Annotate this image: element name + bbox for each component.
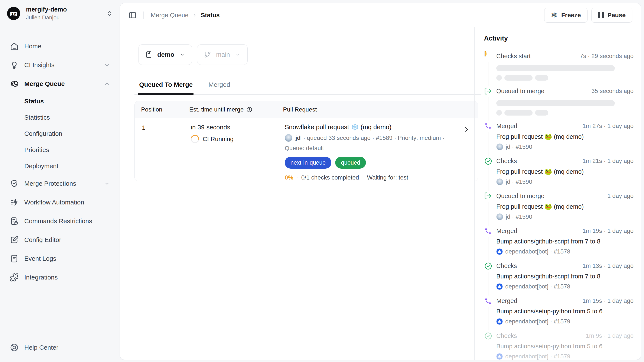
activity-pr-title[interactable]: Bump actions/setup-python from 5 to 6 <box>496 343 634 350</box>
ci-running-spinner-icon <box>189 133 201 145</box>
freeze-label: Freeze <box>561 12 581 19</box>
activity-time: 1 day ago <box>607 193 634 199</box>
activity-pr-title[interactable]: Bump actions/setup-python from 5 to 6 <box>496 308 634 315</box>
sidebar-item-merge-protections[interactable]: Merge Protections <box>10 174 115 193</box>
pr-title[interactable]: Snowflake pull request ❄️ (mq demo) <box>285 123 454 131</box>
sidebar-item-commands-restrictions[interactable]: Commands Restrictions <box>10 212 115 230</box>
activity-item[interactable]: Merged 1m 15s · 1 day ago Bump actions/s… <box>484 297 634 332</box>
activity-event-label: Checks start <box>496 53 531 60</box>
help-center-link[interactable]: Help Center <box>10 338 58 357</box>
activity-time: 35 seconds ago <box>591 88 634 95</box>
sidebar-item-integrations[interactable]: Integrations <box>10 268 115 287</box>
sidebar-item-label: Event Logs <box>24 255 56 262</box>
branch-select[interactable]: main <box>197 44 248 65</box>
activity-event-label: Merged <box>496 123 517 130</box>
activity-event-label: Queued to merge <box>496 193 544 200</box>
queue-content: demo main Queued To Merge Merged Positio… <box>120 27 474 360</box>
sidebar-item-configuration[interactable]: Configuration <box>10 126 115 142</box>
sidebar-item-priorities[interactable]: Priorities <box>10 142 115 158</box>
sidebar-item-status[interactable]: Status <box>10 93 115 109</box>
activity-event-label: Checks <box>496 332 517 339</box>
ci-status: CI Running <box>203 136 234 143</box>
breadcrumb-merge-queue[interactable]: Merge Queue <box>151 12 188 19</box>
activity-list: Checks start 7s · 29 seconds ago Queued … <box>484 52 634 360</box>
activity-time: 1m 13s · 1 day ago <box>582 262 634 269</box>
avatar <box>496 213 503 220</box>
page-header: Merge Queue Status ❄ Freeze Pause <box>120 3 641 27</box>
org-name: mergify-demo <box>26 6 67 13</box>
pause-icon <box>598 12 604 18</box>
pause-label: Pause <box>608 12 626 19</box>
activity-item[interactable]: Merged 1m 19s · 1 day ago Bump actions/g… <box>484 227 634 262</box>
activity-event-label: Checks <box>496 262 517 269</box>
repository-select[interactable]: demo <box>138 44 192 65</box>
sidebar-item-label: Config Editor <box>24 236 61 243</box>
sidebar-item-label: Status <box>24 98 44 105</box>
git-merge-icon <box>484 122 496 131</box>
activity-pr-title[interactable]: Bump actions/github-script from 7 to 8 <box>496 273 634 280</box>
sidebar-toggle-button[interactable] <box>128 11 136 19</box>
tab-queued-to-merge[interactable]: Queued To Merge <box>138 81 194 95</box>
activity-pr-title[interactable]: Bump actions/github-script from 7 to 8 <box>496 238 634 245</box>
activity-pr-meta: dependabot[bot] · #1578 <box>505 248 570 255</box>
activity-pr-title[interactable]: Frog pull request 🐸 (mq demo) <box>496 203 634 210</box>
chevrons-up-down-icon <box>106 10 113 17</box>
queued-to-merge-icon <box>484 87 496 96</box>
chevron-down-icon <box>235 51 241 58</box>
mergify-logo-icon: m <box>7 7 20 20</box>
queue-row[interactable]: 1 in 39 seconds CI Running Snowflake pul… <box>135 118 478 181</box>
checks-running-spinner-icon <box>484 52 496 61</box>
check-circle-icon <box>484 157 496 165</box>
activity-skeleton <box>496 98 634 122</box>
activity-item[interactable]: Checks 1m 9s · 1 day ago Bump actions/se… <box>484 332 634 360</box>
activity-item[interactable]: Checks 1m 21s · 1 day ago Frog pull requ… <box>484 157 634 192</box>
column-position: Position <box>135 106 183 113</box>
sidebar-item-merge-queue[interactable]: Merge Queue <box>10 74 115 93</box>
sidebar-item-workflow-automation[interactable]: Workflow Automation <box>10 193 115 212</box>
activity-event-label: Queued to merge <box>496 88 544 95</box>
activity-event-label: Merged <box>496 227 517 234</box>
dependabot-icon <box>496 283 503 290</box>
svg-text:m: m <box>10 9 18 18</box>
activity-event-label: Checks <box>496 158 517 165</box>
activity-pr-meta: jd · #1590 <box>506 144 532 150</box>
activity-item[interactable]: Queued to merge 1 day ago Frog pull requ… <box>484 192 634 227</box>
activity-title: Activity <box>484 35 634 42</box>
queue-tabs: Queued To Merge Merged <box>134 81 482 95</box>
activity-pr-title[interactable]: Frog pull request 🐸 (mq demo) <box>496 168 634 175</box>
freeze-button[interactable]: ❄ Freeze <box>544 8 588 23</box>
sidebar-item-statistics[interactable]: Statistics <box>10 109 115 126</box>
pr-author: jd <box>295 135 301 141</box>
check-circle-icon <box>484 262 496 270</box>
tab-merged[interactable]: Merged <box>208 81 231 94</box>
checks-progress-text: 0/1 checks completed <box>301 174 359 181</box>
chevron-right-icon <box>463 126 470 133</box>
activity-item[interactable]: Checks 1m 13s · 1 day ago Bump actions/g… <box>484 262 634 297</box>
sidebar-item-label: Workflow Automation <box>24 199 84 206</box>
check-circle-icon <box>484 332 496 340</box>
breadcrumb-current: Status <box>201 12 220 19</box>
activity-panel[interactable]: Activity Checks start 7s · 29 seconds ag… <box>474 27 641 360</box>
org-switcher[interactable]: m mergify-demo Julien Danjou <box>0 0 120 27</box>
sidebar-item-ci-insights[interactable]: CI Insights <box>10 56 115 74</box>
sidebar-item-label: Configuration <box>24 130 62 137</box>
activity-time: 1m 9s · 1 day ago <box>586 332 634 339</box>
sidebar-item-label: Statistics <box>24 114 50 121</box>
activity-pr-meta: jd · #1590 <box>506 213 532 220</box>
home-icon <box>10 42 19 51</box>
activity-item[interactable]: Merged 1m 27s · 1 day ago Frog pull requ… <box>484 122 634 157</box>
column-pull-request: Pull Request <box>276 106 478 113</box>
main-panel: Merge Queue Status ❄ Freeze Pause demo m… <box>120 3 641 360</box>
sidebar-item-home[interactable]: Home <box>10 37 115 56</box>
snowflake-icon: ❄ <box>551 11 558 19</box>
sidebar-item-deployment[interactable]: Deployment <box>10 158 115 174</box>
pause-button[interactable]: Pause <box>591 8 632 23</box>
sidebar-item-event-logs[interactable]: Event Logs <box>10 249 115 268</box>
chevron-up-icon <box>104 80 110 87</box>
activity-pr-title[interactable]: Frog pull request 🐸 (mq demo) <box>496 133 634 140</box>
activity-pr-meta: dependabot[bot] · #1578 <box>505 283 570 290</box>
shield-check-icon <box>10 179 19 188</box>
help-circle-icon[interactable] <box>246 106 252 113</box>
sidebar-item-label: Home <box>24 43 41 50</box>
sidebar-item-config-editor[interactable]: Config Editor <box>10 230 115 249</box>
